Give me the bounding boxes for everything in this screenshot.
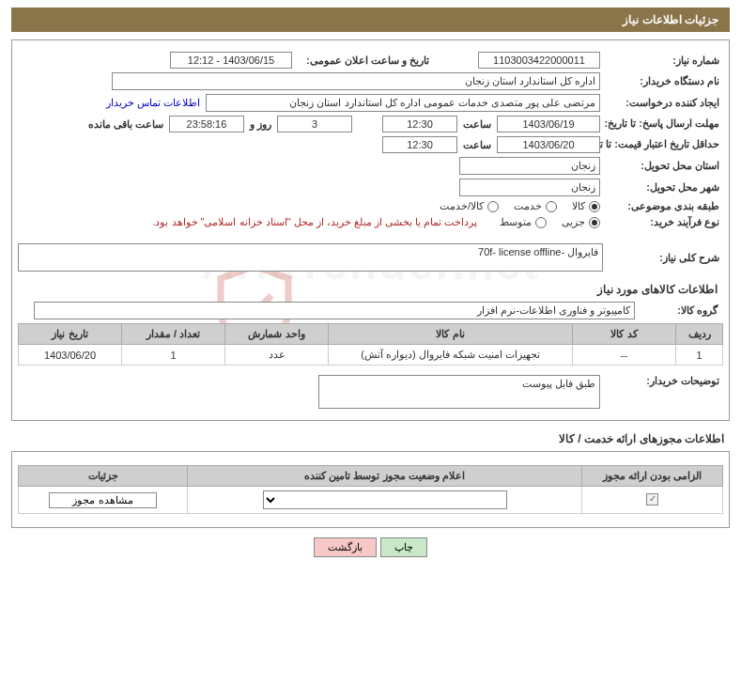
goods-group-field: کامپیوتر و فناوری اطلاعات-نرم افزار [34,302,635,319]
days-field: 3 [277,116,352,132]
row-buyer-note: توضیحات خریدار: طبق فایل پیوست [18,375,723,409]
radio-partial[interactable]: جزیی [562,216,600,228]
main-details-box: AriaTender.net شماره نیاز: 1103003422000… [11,39,730,421]
row-requester: ایجاد کننده درخواست: مرتضی علی پور متصدی… [18,94,723,112]
process-label: نوع فرآیند خرید: [606,216,723,228]
col-qty: تعداد / مقدار [122,324,225,345]
radio-dot-icon [589,217,600,228]
table-row: 1 -- تجهیزات امنیت شبکه فایروال (دیواره … [19,345,723,366]
col-row: ردیف [676,324,723,345]
countdown-field: 23:58:16 [169,116,244,132]
cell-idx: 1 [676,345,723,366]
need-number-field: 1103003422000011 [478,52,600,69]
buyer-note-label: توضیحات خریدار: [606,375,723,387]
validity-date-field: 1403/06/20 [497,136,600,153]
cell-detail: مشاهده مجوز [19,487,188,514]
city-label: شهر محل تحویل: [606,181,723,194]
desc-label: شرح کلی نیاز: [609,252,723,264]
row-province: استان محل تحویل: زنجان [18,157,723,175]
cell-status [188,487,582,514]
validity-time-field: 12:30 [382,136,457,153]
col-mandatory: الزامی بودن ارائه مجوز [582,466,723,487]
announce-field: 1403/06/15 - 12:12 [170,52,292,69]
license-section-title: اطلاعات مجوزهای ارائه خدمت / کالا [6,432,724,445]
need-number-label: شماره نیاز: [606,54,723,67]
buyer-note-field: طبق فایل پیوست [318,375,600,409]
cell-code: -- [573,345,676,366]
header-bar: جزئیات اطلاعات نیاز [11,8,730,32]
goods-header-row: ردیف کد کالا نام کالا واحد شمارش تعداد /… [19,324,723,345]
cell-mandatory [582,487,723,514]
goods-section-title: اطلاعات کالاهای مورد نیاز [23,283,718,296]
row-goods-group: گروه کالا: کامپیوتر و فناوری اطلاعات-نرم… [23,302,718,319]
col-detail: جزئیات [19,466,188,487]
cell-unit: عدد [225,345,329,366]
validity-label: حداقل تاریخ اعتبار قیمت: تا تاریخ: [606,138,723,150]
status-select[interactable] [263,490,507,509]
deadline-label: مهلت ارسال پاسخ: تا تاریخ: [606,117,723,130]
row-validity: حداقل تاریخ اعتبار قیمت: تا تاریخ: 1403/… [18,136,723,153]
deadline-date-field: 1403/06/19 [497,116,600,132]
button-row: چاپ بازگشت [0,537,741,557]
time-label-1: ساعت [463,118,491,131]
cell-name: تجهیزات امنیت شبکه فایروال (دیواره آتش) [329,345,573,366]
header-title: جزئیات اطلاعات نیاز [623,13,718,26]
buyer-label: نام دستگاه خریدار: [606,75,723,87]
row-city: شهر محل تحویل: زنجان [18,179,723,196]
remain-label: ساعت باقی مانده [88,118,163,131]
time-label-2: ساعت [463,139,491,151]
radio-dot-icon [589,201,600,212]
days-label: روز و [250,118,271,131]
radio-medium[interactable]: متوسط [500,216,547,228]
row-desc: شرح کلی نیاز: فایروال -70f- license offl… [18,243,723,272]
radio-service[interactable]: خدمت [514,200,557,212]
radio-dot-icon [546,201,557,212]
print-button[interactable]: چاپ [380,537,427,557]
row-buyer: نام دستگاه خریدار: اداره کل استاندارد اس… [18,72,723,90]
col-status: اعلام وضعیت مجوز توسط تامین کننده [188,466,582,487]
goods-table: ردیف کد کالا نام کالا واحد شمارش تعداد /… [18,323,723,366]
contact-link[interactable]: اطلاعات تماس خریدار [106,97,200,109]
col-name: نام کالا [329,324,573,345]
process-radio-group: جزیی متوسط [500,216,600,228]
col-date: تاریخ نیاز [19,324,122,345]
license-table: الزامی بودن ارائه مجوز اعلام وضعیت مجوز … [18,465,723,514]
row-process: نوع فرآیند خرید: جزیی متوسط پرداخت تمام … [18,216,723,228]
cell-qty: 1 [122,345,225,366]
radio-dot-icon [487,201,499,212]
row-category: طبقه بندی موضوعی: کالا خدمت کالا/خدمت [18,200,723,212]
desc-field: فایروال -70f- license offline [18,243,603,272]
cell-date: 1403/06/20 [19,345,122,366]
category-label: طبقه بندی موضوعی: [606,200,723,212]
radio-goods[interactable]: کالا [572,200,600,212]
province-field: زنجان [459,157,600,175]
back-button[interactable]: بازگشت [314,537,377,557]
col-unit: واحد شمارش [225,324,329,345]
view-license-button[interactable]: مشاهده مجوز [49,492,156,508]
license-row: مشاهده مجوز [19,487,723,514]
radio-both[interactable]: کالا/خدمت [440,200,499,212]
province-label: استان محل تحویل: [606,160,723,172]
goods-group-label: گروه کالا: [642,304,718,317]
row-deadline: مهلت ارسال پاسخ: تا تاریخ: 1403/06/19 سا… [18,116,723,132]
announce-label: تاریخ و ساعت اعلان عمومی: [298,54,429,67]
requester-field: مرتضی علی پور متصدی خدمات عمومی اداره کل… [206,94,600,112]
category-radio-group: کالا خدمت کالا/خدمت [440,200,600,212]
city-field: زنجان [459,179,600,196]
buyer-field: اداره کل استاندارد استان زنجان [112,72,600,90]
checkbox-mandatory[interactable] [646,493,658,506]
license-box: الزامی بودن ارائه مجوز اعلام وضعیت مجوز … [11,451,730,528]
radio-dot-icon [535,217,547,228]
requester-label: ایجاد کننده درخواست: [606,97,723,109]
col-code: کد کالا [573,324,676,345]
deadline-time-field: 12:30 [382,116,457,132]
row-need-number: شماره نیاز: 1103003422000011 تاریخ و ساع… [18,52,723,69]
license-header-row: الزامی بودن ارائه مجوز اعلام وضعیت مجوز … [19,466,723,487]
process-note: پرداخت تمام یا بخشی از مبلغ خرید، از محل… [152,216,477,228]
